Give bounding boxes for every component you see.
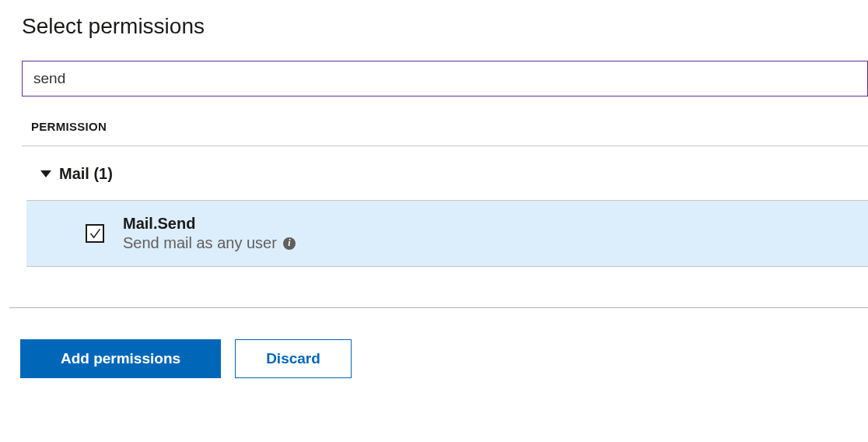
- section-divider: [9, 307, 868, 308]
- footer-actions: Add permissions Discard: [20, 339, 868, 378]
- permission-column-header: PERMISSION: [31, 120, 868, 133]
- permission-group-toggle[interactable]: Mail (1): [40, 165, 868, 183]
- search-wrap: [22, 61, 868, 96]
- permission-text: Mail.Send Send mail as any user i: [123, 215, 296, 252]
- permission-name: Mail.Send: [123, 215, 296, 233]
- divider: [22, 146, 868, 146]
- permission-group-label: Mail (1): [59, 165, 113, 183]
- discard-button[interactable]: Discard: [235, 339, 352, 378]
- checkmark-icon: [89, 228, 101, 240]
- permission-description: Send mail as any user: [123, 234, 277, 252]
- add-permissions-button[interactable]: Add permissions: [20, 339, 221, 378]
- search-input[interactable]: [22, 61, 868, 96]
- caret-down-icon: [40, 170, 51, 177]
- panel-title: Select permissions: [0, 0, 868, 39]
- info-icon[interactable]: i: [283, 237, 296, 250]
- permission-row[interactable]: Mail.Send Send mail as any user i: [26, 200, 868, 267]
- permission-checkbox[interactable]: [86, 224, 104, 243]
